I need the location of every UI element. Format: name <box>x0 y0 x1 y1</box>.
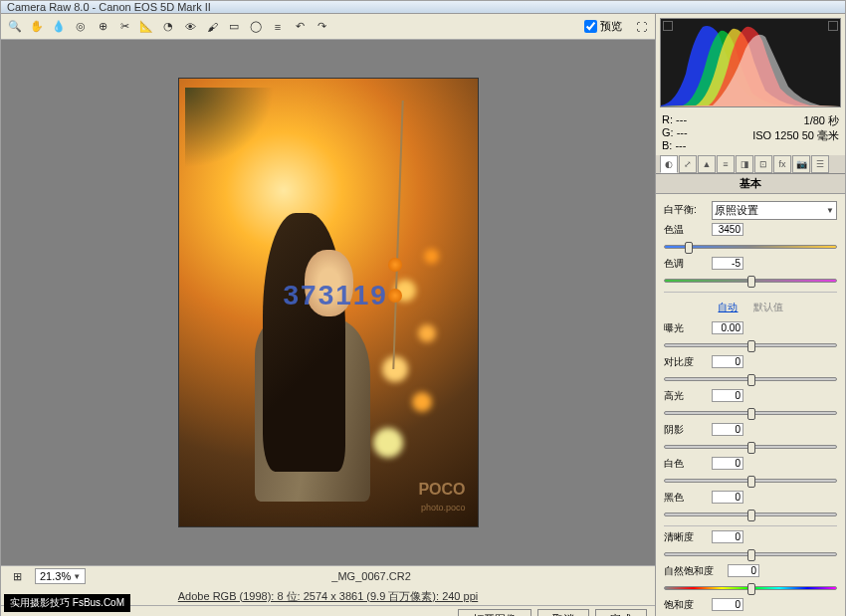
g-value: G: --- <box>662 126 688 139</box>
basic-panel: 白平衡: 原照设置▼ 色温 色调 自动 默认值 <box>656 194 845 616</box>
blacks-slider[interactable] <box>664 508 837 521</box>
contrast-slider[interactable] <box>664 372 837 386</box>
highlights-label: 高光 <box>664 389 708 403</box>
filename: _MG_0067.CR2 <box>94 570 649 582</box>
auto-link[interactable]: 自动 <box>718 302 738 312</box>
vibrance-label: 自然饱和度 <box>664 564 724 578</box>
grad-filter-icon[interactable]: ▭ <box>224 17 244 37</box>
tab-fx[interactable]: fx <box>773 155 791 173</box>
iso-focal-value: ISO 1250 50 毫米 <box>752 128 839 143</box>
contrast-label: 对比度 <box>664 355 708 369</box>
spot-tool-icon[interactable]: ◔ <box>158 17 178 37</box>
tab-camera[interactable]: 📷 <box>792 155 810 173</box>
chevron-down-icon: ▼ <box>826 206 834 215</box>
redeye-tool-icon[interactable]: 👁 <box>180 17 200 37</box>
tab-curve[interactable]: ⤢ <box>679 155 697 173</box>
statusbar: ⊞ 21.3% ▼ _MG_0067.CR2 <box>1 565 655 587</box>
photo-preview: 373119 POCO photo.poco <box>179 79 478 526</box>
crop-tool-icon[interactable]: ✂ <box>114 17 134 37</box>
tab-split[interactable]: ◨ <box>736 155 753 173</box>
whites-label: 白色 <box>664 457 708 471</box>
vibrance-slider[interactable] <box>664 581 837 595</box>
temp-slider[interactable] <box>664 240 837 254</box>
zoom-tool-icon[interactable]: 🔍 <box>5 17 25 37</box>
fullscreen-icon[interactable]: ⛶ <box>631 17 651 37</box>
shadow-clip-icon[interactable] <box>663 21 673 31</box>
cancel-button[interactable]: 取消 <box>537 609 589 616</box>
histogram[interactable] <box>660 18 841 107</box>
wb-tool-icon[interactable]: 💧 <box>49 17 69 37</box>
contrast-value[interactable] <box>712 355 743 368</box>
straighten-tool-icon[interactable]: 📐 <box>136 17 156 37</box>
tint-value[interactable] <box>712 257 743 270</box>
preview-label: 预览 <box>600 19 622 34</box>
poco-watermark: POCO <box>418 481 465 499</box>
done-button[interactable]: 完成 <box>595 609 647 616</box>
tab-strip: ◐ ⤢ ▲ ≡ ◨ ⊡ fx 📷 ☰ <box>656 155 845 174</box>
clarity-slider[interactable] <box>664 547 837 561</box>
blacks-label: 黑色 <box>664 491 708 505</box>
exposure-label: 曝光 <box>664 321 708 335</box>
poco-url: photo.poco <box>421 503 466 513</box>
vibrance-value[interactable] <box>728 564 759 577</box>
default-link[interactable]: 默认值 <box>753 302 783 312</box>
clarity-value[interactable] <box>712 530 743 543</box>
target-tool-icon[interactable]: ⊕ <box>93 17 112 37</box>
shadows-value[interactable] <box>712 423 743 436</box>
b-value: B: --- <box>662 139 688 152</box>
temp-value[interactable] <box>712 223 743 236</box>
whites-value[interactable] <box>712 457 743 470</box>
shutter-value: 1/80 秒 <box>752 113 839 128</box>
wb-select[interactable]: 原照设置▼ <box>712 201 837 220</box>
grid-icon[interactable]: ⊞ <box>7 566 27 586</box>
shadows-slider[interactable] <box>664 440 837 454</box>
tab-basic[interactable]: ◐ <box>660 155 678 173</box>
tab-detail[interactable]: ▲ <box>698 155 716 173</box>
tab-lens[interactable]: ⊡ <box>754 155 772 173</box>
titlebar: Camera Raw 8.0 - Canon EOS 5D Mark II <box>1 1 845 14</box>
rgb-readout: R: --- G: --- B: --- 1/80 秒 ISO 1250 50 … <box>656 111 845 155</box>
right-panel: R: --- G: --- B: --- 1/80 秒 ISO 1250 50 … <box>656 14 845 616</box>
hand-tool-icon[interactable]: ✋ <box>27 17 47 37</box>
rotate-ccw-icon[interactable]: ↶ <box>290 17 310 37</box>
temp-label: 色温 <box>664 223 708 237</box>
radial-filter-icon[interactable]: ◯ <box>246 17 266 37</box>
toolbar: 🔍 ✋ 💧 ◎ ⊕ ✂ 📐 ◔ 👁 🖌 ▭ ◯ ≡ ↶ ↷ 预览 ⛶ <box>1 14 655 40</box>
chevron-down-icon: ▼ <box>73 572 81 581</box>
preview-checkbox[interactable] <box>584 20 597 33</box>
saturation-label: 饱和度 <box>664 598 708 612</box>
sampler-tool-icon[interactable]: ◎ <box>71 17 91 37</box>
adjust-brush-icon[interactable]: 🖌 <box>202 17 222 37</box>
highlights-value[interactable] <box>712 389 743 402</box>
panel-title: 基本 <box>656 174 845 194</box>
r-value: R: --- <box>662 113 688 126</box>
tint-label: 色调 <box>664 257 708 271</box>
site-watermark: 实用摄影技巧 FsBus.CoM <box>4 594 130 612</box>
shadows-label: 阴影 <box>664 423 708 437</box>
watermark-text: 373119 <box>284 280 388 311</box>
highlight-clip-icon[interactable] <box>828 21 838 31</box>
window-title: Camera Raw 8.0 - Canon EOS 5D Mark II <box>7 1 211 13</box>
wb-label: 白平衡: <box>664 203 708 217</box>
open-image-button[interactable]: 打开图像 <box>458 609 531 616</box>
exposure-value[interactable] <box>712 321 743 334</box>
canvas[interactable]: 373119 POCO photo.poco <box>1 40 655 565</box>
prefs-icon[interactable]: ≡ <box>268 17 288 37</box>
blacks-value[interactable] <box>712 491 743 504</box>
rotate-cw-icon[interactable]: ↷ <box>312 17 331 37</box>
exposure-slider[interactable] <box>664 338 837 352</box>
tab-presets[interactable]: ☰ <box>811 155 829 173</box>
tint-slider[interactable] <box>664 274 837 288</box>
saturation-value[interactable] <box>712 598 743 611</box>
whites-slider[interactable] <box>664 474 837 488</box>
zoom-select[interactable]: 21.3% ▼ <box>35 568 86 584</box>
clarity-label: 清晰度 <box>664 530 708 544</box>
tab-hsl[interactable]: ≡ <box>717 155 735 173</box>
highlights-slider[interactable] <box>664 406 837 420</box>
zoom-value: 21.3% <box>40 570 71 582</box>
